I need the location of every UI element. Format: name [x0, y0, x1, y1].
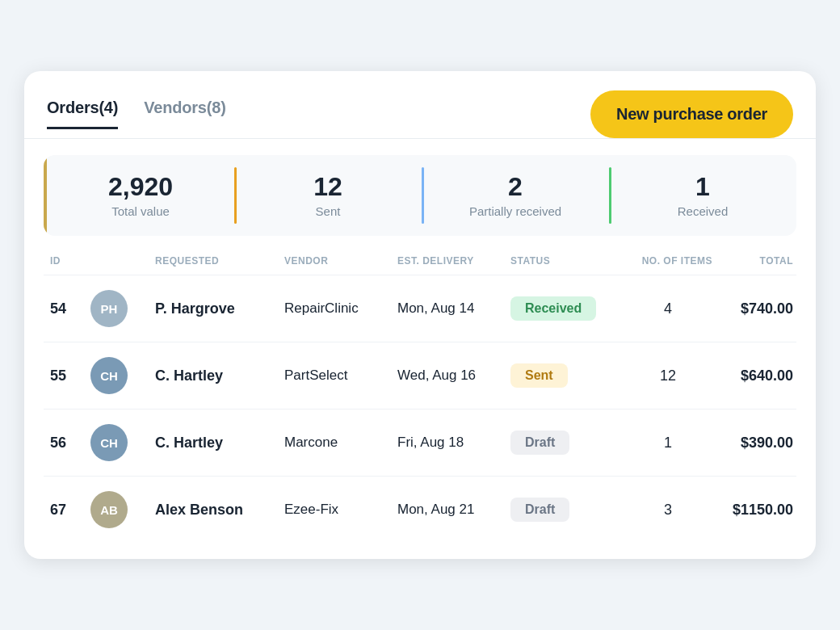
- row-name: C. Hartley: [155, 368, 284, 384]
- stat-total-value: 2,920 Total value: [44, 155, 234, 236]
- col-total: Total: [712, 255, 793, 267]
- orders-table: ID Requested Vendor Est. Delivery Status…: [24, 255, 816, 543]
- stats-row: 2,920 Total value 12 Sent 2 Partially re…: [44, 155, 796, 236]
- row-name: P. Hargrove: [155, 300, 284, 317]
- table-row[interactable]: 67 AB Alex Benson Ezee-Fix Mon, Aug 21 D…: [44, 476, 796, 543]
- col-status: Status: [510, 255, 624, 267]
- col-num-items: No. of Items: [624, 255, 712, 267]
- row-delivery: Wed, Aug 16: [397, 368, 510, 384]
- row-delivery: Mon, Aug 14: [397, 300, 510, 317]
- stat-sent-number: 12: [313, 173, 342, 201]
- tabs: Orders(4) Vendors(8): [47, 99, 226, 129]
- row-status: Sent: [510, 363, 624, 388]
- stat-received-number: 1: [695, 173, 710, 201]
- status-badge: Received: [510, 296, 596, 321]
- main-container: Orders(4) Vendors(8) New purchase order …: [24, 71, 816, 559]
- row-items: 12: [624, 368, 712, 384]
- stat-partially-received: 2 Partially received: [422, 155, 609, 236]
- stat-partially-received-number: 2: [508, 173, 523, 201]
- row-status: Draft: [510, 430, 624, 455]
- tab-vendors[interactable]: Vendors(8): [144, 99, 225, 129]
- row-total: $1150.00: [712, 502, 793, 519]
- row-total: $740.00: [712, 300, 793, 317]
- tab-vendors-label: Vendors(8): [144, 99, 225, 116]
- row-items: 3: [624, 502, 712, 519]
- avatar: AB: [90, 491, 128, 528]
- table-header: ID Requested Vendor Est. Delivery Status…: [44, 255, 796, 275]
- row-total: $390.00: [712, 435, 793, 452]
- tab-orders[interactable]: Orders(4): [47, 99, 118, 129]
- row-vendor: RepairClinic: [284, 300, 397, 317]
- row-vendor: Marcone: [284, 435, 397, 451]
- row-name: C. Hartley: [155, 435, 284, 452]
- row-status: Draft: [510, 498, 624, 522]
- col-id: ID: [50, 255, 90, 267]
- row-id: 55: [50, 368, 90, 384]
- avatar: PH: [90, 290, 128, 327]
- stat-sent-label: Sent: [316, 204, 341, 218]
- stat-total-value-number: 2,920: [108, 173, 173, 201]
- col-requested: Requested: [155, 255, 284, 267]
- row-name: Alex Benson: [155, 502, 284, 519]
- avatar: CH: [90, 357, 128, 394]
- col-avatar: [90, 255, 155, 267]
- header: Orders(4) Vendors(8) New purchase order: [24, 71, 816, 138]
- table-row[interactable]: 55 CH C. Hartley PartSelect Wed, Aug 16 …: [44, 342, 796, 409]
- table-body: 54 PH P. Hargrove RepairClinic Mon, Aug …: [44, 275, 796, 543]
- status-badge: Draft: [510, 430, 569, 455]
- avatar: CH: [90, 424, 128, 461]
- col-vendor: Vendor: [284, 255, 397, 267]
- status-badge: Draft: [510, 498, 569, 522]
- stat-sent: 12 Sent: [234, 155, 422, 236]
- status-badge: Sent: [510, 363, 568, 388]
- col-delivery: Est. Delivery: [397, 255, 510, 267]
- new-order-button-label: New purchase order: [616, 105, 767, 123]
- row-vendor: PartSelect: [284, 368, 397, 384]
- row-id: 54: [50, 300, 90, 317]
- row-delivery: Fri, Aug 18: [397, 435, 510, 451]
- row-id: 67: [50, 502, 90, 519]
- row-status: Received: [510, 296, 624, 321]
- stat-partially-received-label: Partially received: [469, 204, 561, 218]
- stat-total-value-label: Total value: [111, 204, 170, 218]
- new-purchase-order-button[interactable]: New purchase order: [590, 90, 793, 138]
- row-items: 4: [624, 300, 712, 317]
- row-id: 56: [50, 435, 90, 452]
- row-vendor: Ezee-Fix: [284, 502, 397, 518]
- row-total: $640.00: [712, 368, 793, 384]
- stat-received: 1 Received: [609, 155, 796, 236]
- table-row[interactable]: 56 CH C. Hartley Marcone Fri, Aug 18 Dra…: [44, 409, 796, 476]
- tab-orders-label: Orders(4): [47, 99, 118, 116]
- row-delivery: Mon, Aug 21: [397, 502, 510, 518]
- stat-received-label: Received: [678, 204, 729, 218]
- row-items: 1: [624, 435, 712, 452]
- header-divider: [24, 138, 816, 139]
- table-row[interactable]: 54 PH P. Hargrove RepairClinic Mon, Aug …: [44, 275, 796, 342]
